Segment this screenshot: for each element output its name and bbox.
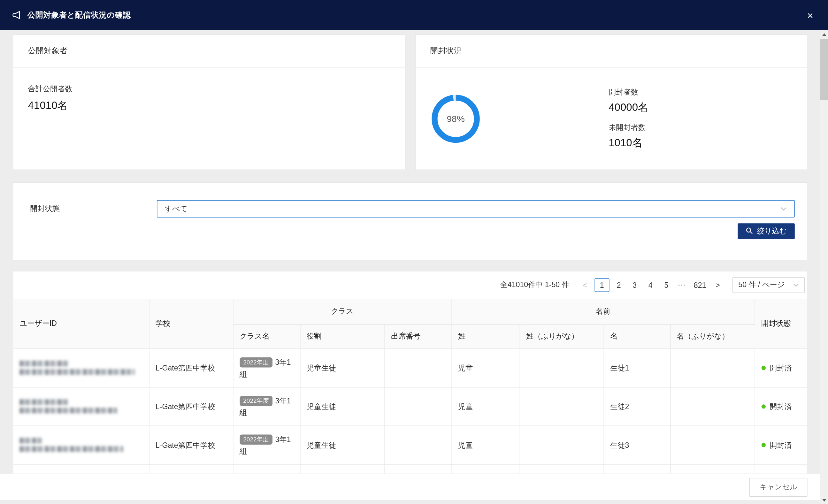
pagination: 全41010件中 1-50 件 < 1 2 3 4 5 ••• 821 > 50… <box>13 271 807 299</box>
scrollbar-down-arrow[interactable] <box>820 496 828 504</box>
pagination-page-1[interactable]: 1 <box>594 278 609 292</box>
attendance-no-cell <box>384 348 451 387</box>
user-id-cell <box>13 387 149 426</box>
opened-count-value: 40000名 <box>609 100 649 115</box>
first-name-kana-cell <box>670 348 754 387</box>
table-row: L-Gate第四中学校 2022年度3年1組 児童生徒 児童 生徒2 開封済 <box>13 387 807 426</box>
user-id-masked <box>19 361 68 366</box>
delivery-status-modal: 公開対象者と配信状況の確認 × 公開対象者 合計公開者数 41010名 開封状況 <box>0 0 828 504</box>
last-name-cell: 児童 <box>451 387 520 426</box>
role-cell: 児童生徒 <box>300 387 384 426</box>
last-name-kana-cell <box>520 425 604 464</box>
last-name-kana-cell <box>520 387 604 426</box>
user-id-masked <box>19 437 42 443</box>
pagination-summary: 全41010件中 1-50 件 <box>500 281 569 290</box>
opened-status-dot <box>761 366 765 370</box>
table-row: L-Gate第四中学校 2022年度3年1組 児童生徒 児童 生徒1 開封済 <box>13 348 807 387</box>
filter-button-label: 絞り込む <box>757 226 787 236</box>
filter-panel: 開封状態 すべて 絞り込む <box>13 182 808 260</box>
col-header-last-name-kana: 姓（ふりがな） <box>520 324 604 348</box>
open-state-cell: 開封済 <box>754 348 807 387</box>
modal-footer: キャンセル <box>0 474 820 500</box>
open-state-select-value: すべて <box>165 204 188 214</box>
search-icon <box>746 227 753 236</box>
open-state-cell: 開封済 <box>754 425 807 464</box>
open-status-card-title: 開封状況 <box>415 35 807 68</box>
pagination-prev[interactable]: < <box>579 278 591 292</box>
scrollbar-thumb[interactable] <box>820 39 828 100</box>
col-group-name: 名前 <box>451 299 754 324</box>
opened-count-label: 開封者数 <box>609 87 649 97</box>
school-year-badge: 2022年度 <box>240 396 273 406</box>
filter-row: 開封状態 すべて <box>25 200 795 218</box>
class-cell: 2022年度3年1組 <box>233 425 300 464</box>
class-cell: 2022年度3年1組 <box>233 348 300 387</box>
col-header-class-name: クラス名 <box>233 324 300 348</box>
last-name-kana-cell <box>520 348 604 387</box>
opened-status-dot <box>761 443 765 447</box>
col-group-class: クラス <box>233 299 451 324</box>
open-rate-donut-chart: 98% <box>430 94 481 144</box>
attendance-no-cell <box>384 387 451 426</box>
pagination-page-5[interactable]: 5 <box>660 278 673 292</box>
open-state-select[interactable]: すべて <box>157 200 795 218</box>
col-header-open-state: 開封状態 <box>754 299 807 348</box>
first-name-kana-cell <box>670 387 754 426</box>
pagination-page-4[interactable]: 4 <box>644 278 657 292</box>
open-state-text: 開封済 <box>770 364 792 372</box>
pagination-ellipsis[interactable]: ••• <box>676 278 689 292</box>
role-cell: 児童生徒 <box>300 425 384 464</box>
open-state-text: 開封済 <box>770 402 792 410</box>
modal-header: 公開対象者と配信状況の確認 × <box>0 0 828 30</box>
page-size-select[interactable]: 50 件 / ページ <box>733 277 805 293</box>
filter-button[interactable]: 絞り込む <box>738 223 795 239</box>
open-state-text: 開封済 <box>770 440 792 449</box>
summary-cards-row: 公開対象者 合計公開者数 41010名 開封状況 98% 開封者数 4 <box>13 34 808 170</box>
vertical-scrollbar[interactable] <box>820 30 828 504</box>
table-row: L-Gate第四中学校 2022年度3年1組 児童生徒 児童 生徒3 開封済 <box>13 425 807 464</box>
user-id-masked <box>19 399 68 405</box>
chevron-down-icon <box>793 283 799 287</box>
open-status-card: 開封状況 98% 開封者数 40000名 未開封者数 1010名 <box>415 34 807 170</box>
open-rate-percent: 98% <box>447 114 464 124</box>
school-year-badge: 2022年度 <box>240 434 273 444</box>
audience-card-title: 公開対象者 <box>13 35 405 68</box>
user-id-cell <box>13 348 149 387</box>
col-header-user-id: ユーザーID <box>13 299 149 348</box>
scrollbar-up-arrow[interactable] <box>820 30 828 38</box>
school-year-badge: 2022年度 <box>240 357 273 367</box>
last-name-cell: 児童 <box>451 425 520 464</box>
audience-card: 公開対象者 合計公開者数 41010名 <box>13 34 405 170</box>
user-id-masked <box>19 446 123 452</box>
role-cell: 児童生徒 <box>300 348 384 387</box>
first-name-cell: 生徒3 <box>604 425 670 464</box>
megaphone-icon <box>11 10 22 20</box>
audience-card-body: 合計公開者数 41010名 <box>13 68 405 129</box>
recipients-table: ユーザーID 学校 クラス 名前 開封状態 クラス名 役割 出席番号 姓 姓（ふ… <box>13 299 807 474</box>
open-state-cell: 開封済 <box>754 387 807 426</box>
attendance-no-cell <box>384 425 451 464</box>
open-status-card-body: 98% 開封者数 40000名 未開封者数 1010名 <box>415 68 807 170</box>
cancel-button[interactable]: キャンセル <box>749 477 807 497</box>
unopened-count-value: 1010名 <box>609 136 649 150</box>
open-status-stats: 開封者数 40000名 未開封者数 1010名 <box>609 87 649 150</box>
recipients-table-card: 全41010件中 1-50 件 < 1 2 3 4 5 ••• 821 > 50… <box>13 271 808 474</box>
first-name-kana-cell <box>670 425 754 464</box>
user-id-cell <box>13 425 149 464</box>
open-state-filter-label: 開封状態 <box>25 204 157 214</box>
first-name-cell: 生徒1 <box>604 348 670 387</box>
pagination-page-3[interactable]: 3 <box>628 278 641 292</box>
first-name-cell: 生徒2 <box>604 387 670 426</box>
modal-body: 公開対象者 合計公開者数 41010名 開封状況 98% 開封者数 4 <box>0 30 820 474</box>
user-id-masked <box>19 408 117 413</box>
close-button[interactable]: × <box>807 10 813 20</box>
user-id-masked <box>19 369 134 375</box>
col-header-attendance-no: 出席番号 <box>384 324 451 348</box>
pagination-page-last[interactable]: 821 <box>692 278 708 292</box>
last-name-cell: 児童 <box>451 348 520 387</box>
school-cell: L-Gate第四中学校 <box>149 425 233 464</box>
total-recipients-value: 41010名 <box>28 98 390 113</box>
pagination-page-2[interactable]: 2 <box>612 278 625 292</box>
pagination-next[interactable]: > <box>711 278 724 292</box>
modal-title: 公開対象者と配信状況の確認 <box>28 10 131 20</box>
